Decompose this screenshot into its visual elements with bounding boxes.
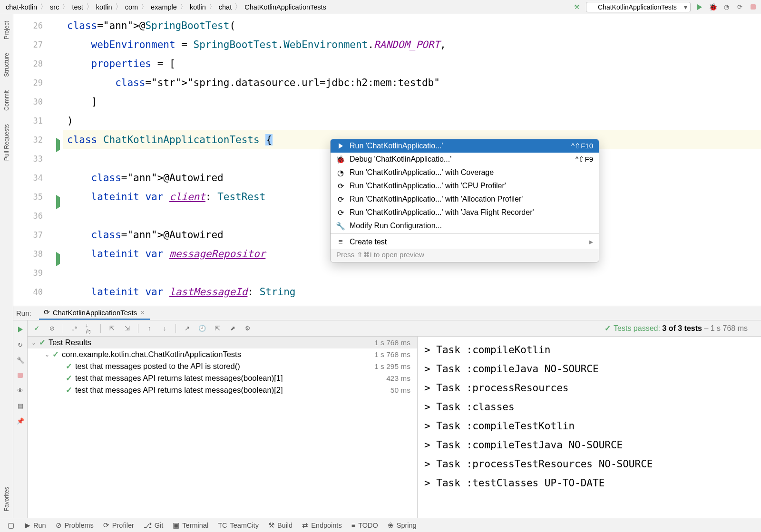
menu-item[interactable]: 🔧Modify Run Configuration... — [331, 219, 599, 232]
menu-item[interactable]: 🐞Debug 'ChatKotlinApplicatio...'^⇧F9 — [331, 153, 599, 166]
stripe-tab-structure[interactable]: Structure — [2, 46, 11, 84]
breadcrumb-item[interactable]: com — [123, 2, 140, 12]
gutter-line[interactable]: 29 — [13, 73, 63, 92]
stripe-tab-commit[interactable]: Commit — [2, 84, 11, 117]
breadcrumb-item[interactable]: test — [70, 2, 85, 12]
next-icon[interactable]: ↓ — [160, 324, 169, 333]
console-output[interactable]: > Task :compileKotlin > Task :compileJav… — [418, 337, 761, 518]
expand-all-icon[interactable]: ⇱ — [107, 324, 116, 333]
settings-icon[interactable] — [244, 324, 252, 333]
open-icon[interactable]: ⬈ — [228, 324, 237, 333]
test-tree-row[interactable]: test that messages API returns latest me… — [28, 384, 417, 396]
test-tree-row[interactable]: test that messages posted to the API is … — [28, 360, 417, 372]
test-tree-row[interactable]: ⌄Test Results1 s 768 ms — [28, 337, 417, 348]
sort-icon[interactable]: ↓ᵃ — [70, 324, 78, 333]
menu-item[interactable]: ⟳Run 'ChatKotlinApplicatio...' with 'CPU… — [331, 179, 599, 193]
run-config-dropdown[interactable]: ChatKotlinApplicationTests — [586, 2, 691, 12]
gutter-line[interactable]: 35 — [13, 187, 63, 206]
show-passed-icon[interactable] — [32, 324, 41, 333]
bottom-tab-terminal[interactable]: ▣Terminal — [173, 522, 208, 529]
coverage-button[interactable]: ◔ — [722, 3, 731, 11]
code-line[interactable]: ] — [63, 92, 761, 111]
breadcrumb-item[interactable]: kotlin — [188, 2, 208, 12]
collapse-all-icon[interactable]: ⇲ — [123, 324, 131, 333]
bottom-tab-endpoints[interactable]: ⇄Endpoints — [302, 522, 342, 529]
run-gutter-icon[interactable] — [51, 135, 60, 144]
bottom-tab-profiler[interactable]: ⟳Profiler — [103, 522, 134, 529]
gutter-line[interactable]: 30 — [13, 92, 63, 111]
gutter[interactable]: 26272829303132333435363738394041 — [13, 14, 63, 306]
bottom-tab-problems[interactable]: ⊘Problems — [56, 522, 94, 529]
export-icon[interactable]: ↗ — [183, 324, 191, 333]
sort-duration-icon[interactable]: ↓⏱ — [85, 324, 94, 333]
tool-windows-icon[interactable]: ▢ — [7, 521, 15, 530]
code-line[interactable]: properties = [ — [63, 54, 761, 73]
rerun-button[interactable] — [16, 325, 25, 334]
close-icon[interactable]: ✕ — [140, 309, 145, 316]
gutter-line[interactable]: 37 — [13, 225, 63, 244]
code-line[interactable]: lateinit var lastMessageId: String — [63, 282, 761, 301]
toolbar-right: ChatKotlinApplicationTests 🐞 ◔ ⟳ — [573, 2, 757, 12]
breadcrumb-item[interactable]: example — [149, 2, 179, 12]
code-line[interactable]: webEnvironment = SpringBootTest.WebEnvir… — [63, 35, 761, 54]
layout-button[interactable]: ▤ — [16, 401, 25, 410]
menu-item-label: Run 'ChatKotlinApplicatio...' — [350, 142, 443, 150]
stop-button-2[interactable] — [16, 371, 25, 379]
gutter-line[interactable]: 31 — [13, 111, 63, 130]
code-line[interactable] — [63, 263, 761, 282]
bottom-tab-run[interactable]: ▶Run — [25, 522, 46, 529]
toggle-auto-test-button[interactable] — [16, 356, 25, 364]
menu-item[interactable]: ◔Run 'ChatKotlinApplicatio...' with Cove… — [331, 166, 599, 179]
gutter-line[interactable]: 32 — [13, 130, 63, 149]
debug-button[interactable]: 🐞 — [709, 3, 717, 11]
test-tree-row[interactable]: ⌄com.example.kotlin.chat.ChatKotlinAppli… — [28, 348, 417, 360]
prev-icon[interactable]: ↑ — [145, 324, 154, 333]
show-button[interactable]: 👁 — [16, 386, 25, 395]
gutter-line[interactable]: 40 — [13, 282, 63, 301]
gutter-line[interactable]: 39 — [13, 263, 63, 282]
history-icon[interactable]: 🕘 — [198, 324, 206, 333]
bottom-tab-spring[interactable]: ❀Spring — [388, 522, 417, 529]
code-line[interactable] — [63, 301, 761, 306]
gutter-line[interactable]: 28 — [13, 54, 63, 73]
run-tab[interactable]: ⟳ ChatKotlinApplicationTests ✕ — [39, 306, 150, 320]
code-line[interactable]: ) — [63, 111, 761, 130]
bottom-tab-todo[interactable]: ≡TODO — [351, 522, 378, 529]
menu-item[interactable]: Run 'ChatKotlinApplicatio...'^⇧F10 — [331, 139, 599, 153]
gutter-line[interactable]: 36 — [13, 206, 63, 225]
breadcrumb-item[interactable]: src — [48, 2, 61, 12]
gutter-line[interactable]: 38 — [13, 244, 63, 263]
run-gutter-icon[interactable] — [51, 250, 60, 258]
import-icon[interactable]: ⇱ — [213, 324, 222, 333]
gutter-line[interactable]: 34 — [13, 168, 63, 187]
stripe-tab-project[interactable]: Project — [2, 14, 11, 46]
test-tree[interactable]: ⌄Test Results1 s 768 ms⌄com.example.kotl… — [28, 337, 418, 518]
breadcrumb-item[interactable]: ChatKotlinApplicationTests — [243, 2, 328, 12]
show-ignored-icon[interactable]: ⊘ — [48, 324, 56, 333]
gutter-line[interactable]: 27 — [13, 35, 63, 54]
stripe-tab-favorites[interactable]: Favorites — [2, 480, 11, 518]
stop-button[interactable] — [749, 3, 757, 11]
bottom-tab-git[interactable]: ⎇Git — [144, 522, 164, 529]
breadcrumb-item[interactable]: chat — [217, 2, 234, 12]
run-gutter-icon[interactable] — [51, 193, 60, 201]
stripe-tab-pull-requests[interactable]: Pull Requests — [2, 117, 11, 167]
bottom-tab-build[interactable]: ⚒Build — [268, 522, 293, 529]
rerun-failed-button[interactable]: ↻ — [16, 340, 25, 349]
gutter-line[interactable]: 33 — [13, 149, 63, 168]
test-tree-row[interactable]: test that messages API returns latest me… — [28, 372, 417, 384]
breadcrumb-item[interactable]: kotlin — [94, 2, 114, 12]
bottom-tab-teamcity[interactable]: TCTeamCity — [218, 522, 259, 529]
run-button[interactable] — [695, 3, 704, 11]
pin-button[interactable]: 📌 — [16, 416, 25, 425]
gutter-line[interactable]: 26 — [13, 16, 63, 35]
profile-button[interactable]: ⟳ — [735, 3, 744, 11]
code-line[interactable]: class="str">"spring.datasource.url=jdbc:… — [63, 73, 761, 92]
breadcrumb-item[interactable]: chat-kotlin — [4, 2, 39, 12]
menu-item[interactable]: ⟳Run 'ChatKotlinApplicatio...' with 'Jav… — [331, 206, 599, 219]
build-icon[interactable] — [573, 3, 581, 11]
code-line[interactable]: class="ann">@SpringBootTest( — [63, 16, 761, 35]
menu-item[interactable]: ⟳Run 'ChatKotlinApplicatio...' with 'All… — [331, 193, 599, 206]
menu-item[interactable]: ≡Create test▸ — [331, 235, 599, 249]
gutter-line[interactable]: 41 — [13, 301, 63, 306]
